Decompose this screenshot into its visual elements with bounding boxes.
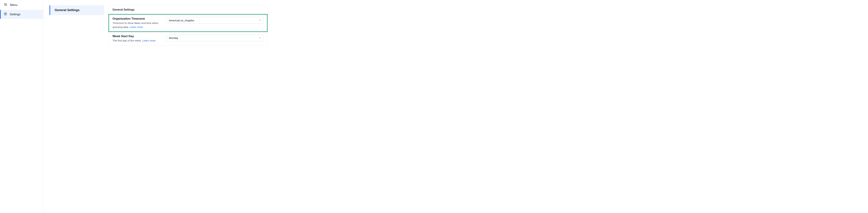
timezone-select[interactable]: America/Los_Angeles	[166, 17, 264, 24]
setting-control: America/Los_Angeles	[166, 17, 264, 24]
setting-description: The first day of the week. Learn more	[113, 39, 163, 43]
learn-more-link[interactable]: Learn more	[142, 39, 156, 42]
panel-title: General Settings	[109, 5, 267, 14]
subnav-item-label: General Settings	[55, 8, 80, 12]
setting-description-text: The first day of the week.	[113, 39, 142, 42]
setting-row-weekstart: Week Start Day The first day of the week…	[109, 32, 267, 45]
setting-label: Organization Timezone Timezone to show d…	[113, 17, 163, 29]
general-settings-panel: General Settings Organization Timezone T…	[108, 5, 268, 45]
setting-row-timezone: Organization Timezone Timezone to show d…	[109, 14, 267, 32]
chevron-down-icon	[259, 19, 261, 22]
menu-label: Menu	[10, 3, 18, 7]
setting-title: Organization Timezone	[113, 17, 163, 21]
gear-icon	[4, 12, 7, 16]
weekstart-select[interactable]: Monday	[166, 35, 264, 41]
sidebar: Menu Settings	[0, 0, 43, 213]
hamburger-icon	[4, 3, 7, 7]
learn-more-link[interactable]: Learn more	[130, 26, 143, 28]
menu-toggle[interactable]: Menu	[0, 0, 43, 10]
sidebar-item-label: Settings	[10, 13, 20, 16]
chevron-down-icon	[259, 36, 261, 39]
svg-point-3	[5, 13, 6, 14]
subnav-item-general[interactable]: General Settings	[50, 5, 104, 15]
sidebar-item-settings[interactable]: Settings	[0, 10, 43, 19]
setting-title: Week Start Day	[113, 35, 163, 38]
select-value: America/Los_Angeles	[169, 19, 194, 22]
setting-label: Week Start Day The first day of the week…	[113, 35, 163, 43]
select-value: Monday	[169, 36, 178, 39]
setting-description: Timezone to show dates and time when que…	[113, 21, 163, 29]
setting-control: Monday	[166, 35, 264, 41]
settings-subnav: General Settings	[50, 5, 104, 15]
